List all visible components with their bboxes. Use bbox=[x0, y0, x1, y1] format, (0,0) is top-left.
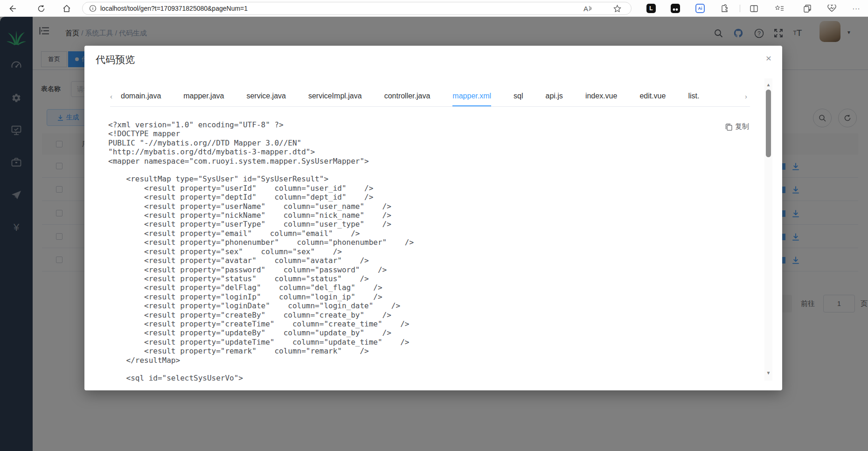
modal-scrollbar[interactable]: ▲ ▼ bbox=[764, 78, 772, 381]
close-icon[interactable]: × bbox=[762, 51, 776, 65]
tab-serviceImpl-java[interactable]: serviceImpl.java bbox=[308, 90, 362, 106]
browser-essentials-icon[interactable] bbox=[826, 3, 837, 14]
read-aloud-icon[interactable]: A bbox=[582, 3, 593, 14]
tabs-prev-icon[interactable]: ‹ bbox=[110, 90, 116, 100]
tab-index-vue[interactable]: index.vue bbox=[585, 90, 618, 106]
extension-dark-icon[interactable] bbox=[671, 4, 680, 13]
favorites-bar-icon[interactable] bbox=[774, 3, 785, 14]
code-preview-dialog: 代码预览 × ‹ domain.javamapper.javaservice.j… bbox=[84, 46, 782, 390]
refresh-icon[interactable] bbox=[35, 3, 47, 14]
dialog-title: 代码预览 bbox=[96, 53, 135, 66]
extension-ai-icon[interactable]: Ai bbox=[695, 4, 705, 13]
home-icon[interactable] bbox=[61, 3, 72, 14]
file-tabs: ‹ domain.javamapper.javaservice.javaserv… bbox=[110, 90, 750, 107]
scroll-up-icon[interactable]: ▲ bbox=[764, 82, 772, 87]
tabs-next-icon[interactable]: › bbox=[745, 90, 751, 100]
back-icon[interactable] bbox=[7, 3, 18, 14]
toolbar-divider bbox=[740, 5, 740, 12]
url-text[interactable]: localhost/tool/gen?t=1709371825080&pageN… bbox=[100, 5, 248, 12]
split-screen-icon[interactable] bbox=[748, 3, 759, 14]
tab-mapper-java[interactable]: mapper.java bbox=[183, 90, 224, 106]
extensions-puzzle-icon[interactable] bbox=[719, 3, 730, 14]
scrollbar-thumb[interactable] bbox=[766, 90, 771, 157]
tab-edit-vue[interactable]: edit.vue bbox=[639, 90, 666, 106]
tab-controller-java[interactable]: controller.java bbox=[384, 90, 431, 106]
tab-mapper-xml[interactable]: mapper.xml bbox=[452, 90, 491, 106]
tab-list: domain.javamapper.javaservice.javaservic… bbox=[121, 90, 699, 106]
tab-domain-java[interactable]: domain.java bbox=[121, 90, 161, 106]
tab-list[interactable]: list. bbox=[688, 90, 699, 106]
collections-icon[interactable] bbox=[802, 3, 813, 14]
scroll-down-icon[interactable]: ▼ bbox=[764, 370, 772, 375]
tab-service-java[interactable]: service.java bbox=[246, 90, 285, 106]
tab-sql[interactable]: sql bbox=[514, 90, 523, 106]
tab-api-js[interactable]: api.js bbox=[546, 90, 563, 106]
extension-l-icon[interactable]: L bbox=[646, 4, 656, 13]
address-bar[interactable]: localhost/tool/gen?t=1709371825080&pageN… bbox=[82, 2, 632, 15]
code-content[interactable]: <?xml version="1.0" encoding="UTF-8" ?> … bbox=[108, 120, 757, 386]
info-icon[interactable] bbox=[89, 5, 97, 12]
more-menu-icon[interactable]: ··· bbox=[851, 3, 862, 14]
browser-toolbar: localhost/tool/gen?t=1709371825080&pageN… bbox=[0, 0, 868, 17]
favorite-star-icon[interactable] bbox=[611, 3, 623, 14]
